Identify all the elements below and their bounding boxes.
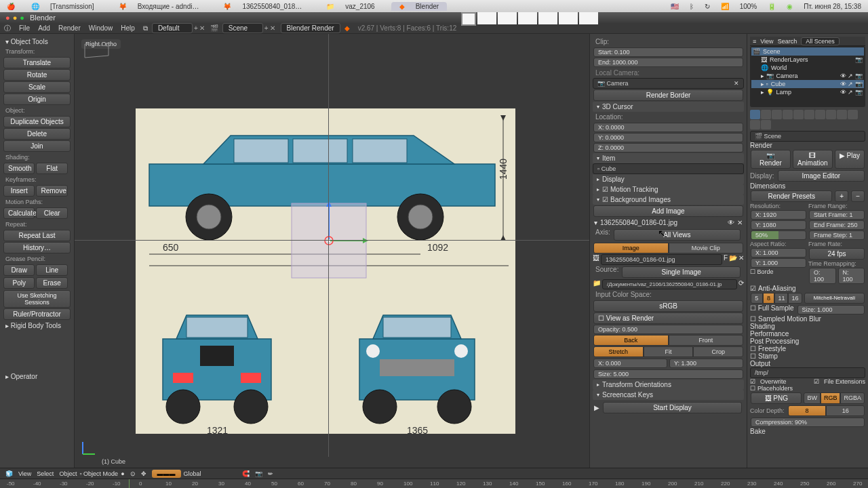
crop-toggle[interactable]: Crop: [693, 346, 743, 357]
preset-del[interactable]: −: [851, 190, 865, 202]
outliner-cube[interactable]: ▸ ▫ Cube 👁 ↗ 📷: [751, 80, 864, 88]
addimage-button[interactable]: Add Image: [593, 205, 743, 217]
aa-size[interactable]: Size: 1.000: [797, 305, 865, 314]
render-panel-header[interactable]: Render: [750, 142, 865, 149]
erase-button[interactable]: Erase: [36, 277, 67, 289]
ruler-button[interactable]: Ruler/Protractor: [3, 308, 71, 320]
asp-y[interactable]: Y: 1.000: [751, 258, 806, 268]
outliner-search-menu[interactable]: Search: [778, 38, 797, 45]
item-header[interactable]: Item: [593, 153, 744, 163]
bake-header[interactable]: Bake: [750, 428, 865, 435]
gpencil-icon[interactable]: ✏: [268, 470, 273, 477]
opacity-slider[interactable]: Opacity: 0.500: [593, 325, 743, 334]
transformorient-header[interactable]: Transform Orientations: [593, 380, 744, 390]
freestyle-header[interactable]: Freestyle: [750, 345, 865, 352]
tab-layers[interactable]: [761, 110, 771, 119]
menu-help[interactable]: Help: [121, 24, 135, 32]
duplicate-button[interactable]: Duplicate Objects: [3, 116, 71, 127]
aa-8[interactable]: 8: [763, 293, 775, 304]
outliner-type-icon[interactable]: ≡: [753, 38, 756, 45]
play-icon[interactable]: ▶: [594, 404, 599, 411]
filepath-icon[interactable]: 📁: [593, 279, 601, 289]
restrict-icons[interactable]: 👁 ↗ 📷: [840, 73, 863, 79]
frate-dropdown[interactable]: 24 fps: [809, 248, 865, 260]
eye-icon[interactable]: 👁: [728, 219, 734, 226]
cursor-z[interactable]: Z: 0.0000: [593, 143, 743, 152]
output-path[interactable]: /tmp/: [750, 367, 865, 378]
translate-button[interactable]: Translate: [3, 57, 71, 68]
rgba-toggle[interactable]: RGBA: [840, 392, 865, 404]
renderborder-button[interactable]: Render Border: [593, 89, 743, 101]
poly-button[interactable]: Poly: [3, 277, 35, 289]
shading-icon[interactable]: ●: [121, 470, 124, 477]
smooth-button[interactable]: Smooth: [3, 163, 35, 174]
delete-button[interactable]: Delete: [3, 128, 71, 140]
clip-end[interactable]: End: 1000.000: [593, 58, 743, 67]
layout-add[interactable]: +: [194, 24, 198, 32]
app-tab-3[interactable]: 📁vaz_2106: [318, 2, 382, 11]
scale-button[interactable]: Scale: [3, 81, 71, 93]
hmenu-object[interactable]: Object: [59, 470, 77, 477]
shading-header[interactable]: Shading: [750, 323, 865, 330]
bg-x[interactable]: X: 0.000: [593, 359, 667, 368]
startdisplay-button[interactable]: Start Display: [603, 402, 742, 413]
traffic-min[interactable]: ●: [13, 14, 18, 22]
bw-toggle[interactable]: BW: [804, 392, 821, 404]
tab-data[interactable]: [826, 110, 836, 119]
remap-n[interactable]: N: 100: [838, 268, 865, 284]
timeline[interactable]: -50-40-30-20-100102030405060708090100110…: [0, 479, 868, 488]
res-y[interactable]: Y: 1080: [751, 220, 806, 230]
animation-button[interactable]: 🎞 Animation: [793, 150, 833, 169]
viewasrender-check[interactable]: ☐ View as Render: [593, 312, 743, 324]
axis-dropdown[interactable]: All Views: [614, 229, 741, 241]
refresh-icon[interactable]: ⟳: [738, 279, 744, 289]
app-tab-0[interactable]: 🌐[Transmission]: [23, 2, 102, 11]
outliner-world[interactable]: 🌐 World: [751, 64, 864, 72]
bg-size[interactable]: Size: 5.000: [593, 369, 743, 379]
scene-add[interactable]: +: [264, 24, 269, 32]
dimensions-header[interactable]: Dimensions: [750, 182, 865, 190]
smb-header[interactable]: Sampled Motion Blur: [750, 315, 865, 323]
movie-tab[interactable]: Movie Clip: [669, 243, 744, 253]
tab-material[interactable]: [837, 110, 847, 119]
filepath-field[interactable]: /Документы/vaz_2106/1362550840_0186-01.j…: [602, 279, 737, 289]
aa-check[interactable]: [750, 285, 758, 292]
snap-icon[interactable]: 🧲: [242, 470, 250, 477]
source-dropdown[interactable]: Single Image: [622, 266, 741, 278]
pivot-icon[interactable]: ⊙: [130, 470, 136, 477]
image-browse-icon[interactable]: 🖼: [593, 254, 599, 265]
camera-field[interactable]: 📷 Camera✕: [593, 78, 744, 89]
cursor-y[interactable]: Y: 0.0000: [593, 133, 743, 142]
frame-step[interactable]: Frame Step: 1: [809, 230, 865, 240]
presets-dropdown[interactable]: Render Presets: [751, 190, 832, 202]
outliner-renderlayers[interactable]: 🖼 RenderLayers 📷: [751, 56, 864, 64]
mode-dropdown[interactable]: ▫ Object Mode: [79, 470, 118, 477]
engine-dropdown[interactable]: Blender Render: [281, 23, 340, 33]
menu-window[interactable]: Window: [89, 24, 113, 32]
tab-world[interactable]: [783, 110, 793, 119]
tab-constraint[interactable]: [804, 110, 814, 119]
fileext-check[interactable]: [814, 378, 821, 385]
traffic-max[interactable]: ●: [20, 14, 24, 22]
format-dropdown[interactable]: 🖼 PNG: [751, 392, 802, 404]
compression-slider[interactable]: Compression: 90%: [751, 418, 865, 427]
close-icon[interactable]: ✕: [737, 219, 743, 226]
outliner[interactable]: 🎬 Scene 🖼 RenderLayers 📷 🌐 World ▸ 📷 Cam…: [750, 46, 865, 107]
res-x[interactable]: X: 1920: [751, 210, 806, 220]
stretch-toggle[interactable]: Stretch: [593, 346, 644, 357]
frame-end[interactable]: End Frame: 250: [809, 220, 865, 230]
hmenu-select[interactable]: Select: [37, 470, 54, 477]
image-tab[interactable]: Image: [593, 243, 669, 253]
scene-del[interactable]: ✕: [270, 24, 275, 32]
overwrite-check[interactable]: [750, 378, 757, 385]
clear-button[interactable]: Clear: [36, 207, 67, 219]
stamp-check[interactable]: [750, 352, 758, 360]
renderlayer-icon[interactable]: 📷: [855, 56, 863, 63]
back-to-prev-icon[interactable]: ⧉: [143, 24, 148, 33]
placeholders-check[interactable]: [750, 385, 757, 392]
aa-11[interactable]: 11: [774, 293, 788, 304]
clip-start[interactable]: Start: 0.100: [593, 47, 743, 57]
front-toggle[interactable]: Front: [669, 335, 744, 346]
tab-particle[interactable]: [750, 120, 760, 129]
new-icon[interactable]: 📂: [729, 254, 737, 265]
